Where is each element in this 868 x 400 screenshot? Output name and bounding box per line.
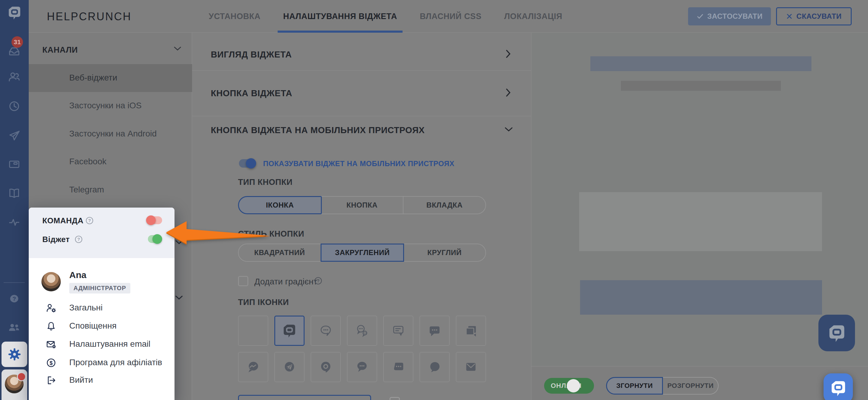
help-circle-icon[interactable]: ? [75, 236, 83, 243]
help-icon[interactable]: ? [7, 292, 21, 306]
chevron-right-icon[interactable] [506, 50, 511, 58]
tab-localization[interactable]: ЛОКАЛІЗАЦІЯ [504, 0, 562, 33]
icon-type-bubble-ring-filled[interactable] [311, 352, 341, 382]
brand-wordmark[interactable]: HELPCRUNCH [47, 10, 131, 23]
helpcrunch-logo-icon[interactable] [7, 5, 22, 20]
svg-text:$: $ [50, 360, 53, 366]
tab-custom-css[interactable]: ВЛАСНИЙ CSS [420, 0, 482, 33]
icon-type-double-bubbles-outline[interactable] [347, 315, 377, 346]
menu-item-email-settings[interactable]: Налаштування email [69, 339, 150, 349]
help-circle-icon[interactable]: ? [86, 217, 93, 224]
icon-type-helpcrunch-bubble[interactable] [274, 315, 305, 346]
accordion-widget-button[interactable]: КНОПКА ВІДЖЕТА [211, 88, 292, 98]
partial-checkbox[interactable] [390, 397, 400, 400]
preview-controls-bar: ОНЛАЙН ЗГОРНУТИ РОЗГОРНУТИ [531, 366, 868, 400]
widget-toggle-knob[interactable] [152, 234, 162, 244]
status-dot [17, 372, 26, 381]
cancel-button-label: СКАСУВАТИ [796, 12, 841, 21]
button-style-option-square[interactable]: КВАДРАТНИЙ [239, 244, 321, 261]
icon-type-bubble-dots-outline[interactable] [311, 315, 341, 346]
logout-icon [46, 375, 56, 386]
dollar-circle-icon: $ [46, 358, 56, 368]
menu-item-affiliate-program[interactable]: Програма для афіліатів [69, 358, 162, 367]
button-type-option-icon[interactable]: ІКОНКА [238, 196, 322, 214]
apply-button-label: ЗАСТОСУВАТИ [707, 12, 763, 21]
icon-type-plain-bubble-filled[interactable] [420, 352, 450, 382]
icon-type-envelope-filled[interactable] [456, 352, 486, 382]
show-on-mobile-label[interactable]: ПОКАЗУВАТИ ВІДЖЕТ НА МОБІЛЬНИХ ПРИСТРОЯХ [263, 159, 454, 168]
svg-text:?: ? [88, 218, 91, 223]
team-toggle-knob[interactable] [146, 215, 156, 225]
tab-installation[interactable]: УСТАНОВКА [209, 0, 260, 33]
button-type-option-tab[interactable]: ВКЛАДКА [403, 197, 486, 214]
gradient-checkbox-label[interactable]: Додати градієнт [254, 277, 317, 286]
channel-item-android[interactable]: Застосунки на Android [69, 129, 157, 139]
accordion-widget-button-mobile[interactable]: КНОПКА ВІДЖЕТА НА МОБІЛЬНИХ ПРИСТРОЯХ [211, 125, 425, 135]
history-clock-icon[interactable] [7, 99, 21, 113]
show-on-mobile-toggle-knob[interactable] [246, 158, 256, 168]
online-toggle-knob[interactable] [567, 379, 580, 393]
campaigns-send-icon[interactable] [7, 129, 21, 143]
preview-widget-button[interactable] [818, 315, 855, 351]
knowledge-base-book-icon[interactable] [7, 186, 21, 200]
settings-nav-active[interactable] [1, 342, 27, 367]
button-style-label: СТИЛЬ КНОПКИ [238, 229, 304, 239]
channel-item-facebook[interactable]: Facebook [69, 157, 106, 166]
profile-nav-item[interactable] [1, 369, 27, 400]
button-type-segmented: ІКОНКА КНОПКА ВКЛАДКА [238, 196, 486, 214]
icon-type-telegram-circle-filled[interactable] [274, 352, 305, 382]
button-style-option-round[interactable]: КРУГЛИЙ [403, 244, 486, 261]
apply-button[interactable]: ЗАСТОСУВАТИ [688, 7, 771, 25]
settings-tabs: УСТАНОВКА НАЛАШТУВАННЯ ВІДЖЕТА ВЛАСНИЙ C… [209, 0, 562, 33]
sidebar-rail: 31 ? [0, 0, 29, 400]
menu-item-notifications[interactable]: Сповіщення [69, 321, 117, 331]
partial-input-box[interactable] [238, 395, 371, 400]
expand-view-button[interactable]: РОЗГОРНУТИ [663, 377, 719, 395]
menu-item-general[interactable]: Загальні [69, 303, 102, 313]
rail-divider [4, 282, 25, 283]
team-icon[interactable] [7, 320, 21, 334]
channels-group-title[interactable]: КАНАЛИ [42, 45, 78, 55]
accordion-widget-appearance[interactable]: ВИГЛЯД ВІДЖЕТА [211, 50, 292, 60]
preview-view-segmented: ЗГОРНУТИ РОЗГОРНУТИ [606, 377, 719, 395]
reports-pulse-icon[interactable] [7, 215, 21, 229]
button-type-option-button[interactable]: КНОПКА [321, 197, 404, 214]
channels-card-icon[interactable] [7, 157, 21, 171]
svg-text:?: ? [12, 296, 16, 302]
user-role-badge: АДМІНІСТРАТОР [69, 283, 130, 294]
icon-type-stacked-squares-filled[interactable] [456, 315, 486, 346]
chevron-down-icon [174, 47, 181, 51]
inbox-unread-badge: 31 [11, 36, 23, 48]
email-gear-icon [46, 339, 56, 349]
button-style-option-rounded[interactable]: ЗАКРУГЛЕНИЙ [320, 244, 404, 262]
chevron-down-icon[interactable] [505, 127, 513, 132]
helpcrunch-app: 31 ? [0, 0, 868, 400]
helpcrunch-bubble-icon [830, 380, 847, 397]
cancel-button[interactable]: СКАСУВАТИ [776, 7, 852, 25]
helpcrunch-bubble-icon [828, 324, 846, 342]
icon-type-none[interactable] [238, 315, 268, 346]
live-chat-launcher[interactable] [824, 373, 853, 400]
tab-widget-settings[interactable]: НАЛАШТУВАННЯ ВІДЖЕТА [283, 0, 397, 33]
contacts-icon[interactable] [7, 70, 21, 84]
channel-item-telegram[interactable]: Telegram [69, 185, 104, 194]
user-name: Ana [69, 270, 87, 280]
collapse-view-button[interactable]: ЗГОРНУТИ [606, 377, 663, 395]
gradient-checkbox[interactable] [238, 276, 248, 286]
help-circle-icon[interactable]: ? [314, 277, 322, 285]
menu-item-logout[interactable]: Вийти [69, 375, 93, 385]
close-icon [786, 13, 793, 20]
icon-type-rect-bubble-dots-filled[interactable] [420, 315, 450, 346]
gear-icon [7, 347, 22, 361]
channel-item-ios[interactable]: Застосунки на iOS [69, 101, 142, 111]
account-popup: КОМАНДА ? Віджет ? Ana АДМІНІСТРАТОР Заг… [29, 208, 175, 400]
chevron-down-icon [176, 240, 183, 245]
channel-item-web-widgets[interactable]: Веб-віджети [69, 73, 117, 83]
icon-type-bubble-dots-filled[interactable] [347, 352, 377, 382]
icon-type-rect-chat-dots-filled[interactable] [383, 352, 413, 382]
popup-toggles-section [29, 208, 175, 258]
icon-type-messenger-bubble-filled[interactable] [238, 352, 268, 382]
svg-text:?: ? [77, 237, 80, 242]
chevron-right-icon[interactable] [506, 88, 511, 97]
icon-type-bubble-lines-outline[interactable] [383, 315, 413, 346]
